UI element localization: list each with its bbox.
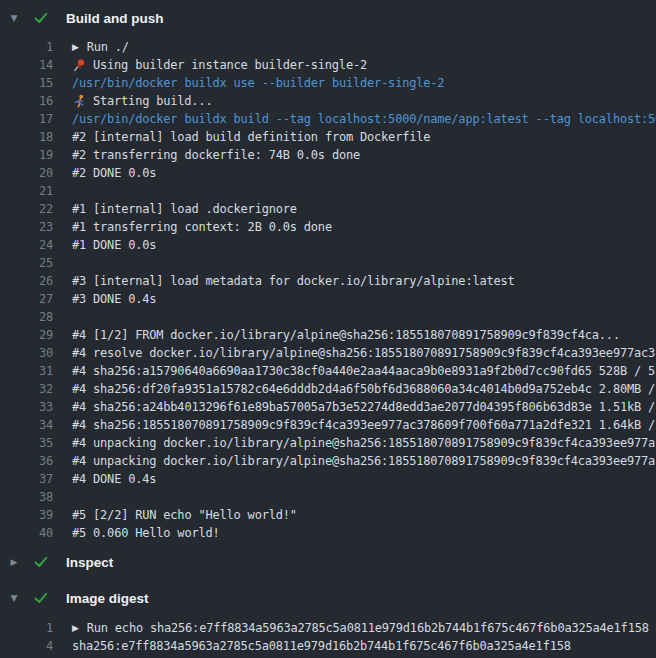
line-number[interactable]: 1 (0, 38, 53, 56)
log-text-content: /usr/bin/docker buildx build --tag local… (72, 110, 656, 128)
log-text-content: #1 DONE 0.0s (72, 236, 156, 254)
line-number[interactable]: 1 (0, 619, 53, 637)
line-number[interactable]: 23 (0, 218, 53, 236)
caret-down-icon[interactable]: ▼ (8, 13, 20, 23)
log-line: 19#2 transferring dockerfile: 74B 0.0s d… (0, 146, 656, 164)
line-number[interactable]: 4 (0, 637, 53, 655)
runner-icon (72, 94, 86, 108)
log-line: 4sha256:e7ff8834a5963a2785c5a0811e979d16… (0, 637, 656, 655)
log-line: 18#2 [internal] load build definition fr… (0, 128, 656, 146)
log-text-content: #3 [internal] load metadata for docker.i… (72, 272, 515, 290)
log-text: Using builder instance builder-single-2 (72, 56, 367, 74)
workflow-log-viewer: ▼Build and push1▶Run ./14Using builder i… (0, 0, 656, 655)
line-number[interactable]: 28 (0, 308, 53, 326)
log-text-content: #4 sha256:df20fa9351a15782c64e6dddb2d4a6… (72, 380, 655, 398)
line-number[interactable]: 32 (0, 380, 53, 398)
log-text: #4 resolve docker.io/library/alpine@sha2… (72, 344, 655, 362)
log-line: 38 (0, 488, 656, 506)
line-number[interactable]: 22 (0, 200, 53, 218)
section-header-inspect[interactable]: ▶Inspect (0, 550, 656, 574)
log-text: #3 [internal] load metadata for docker.i… (72, 272, 515, 290)
log-line: 36#4 unpacking docker.io/library/alpine@… (0, 452, 656, 470)
log-text: /usr/bin/docker buildx use --builder bui… (72, 74, 444, 92)
log-line: 17/usr/bin/docker buildx build --tag loc… (0, 110, 656, 128)
log-line: 27#3 DONE 0.4s (0, 290, 656, 308)
log-text: #4 sha256:185518070891758909c9f839cf4ca3… (72, 416, 655, 434)
log-text-content: /usr/bin/docker buildx use --builder bui… (72, 74, 444, 92)
log-line: 28 (0, 308, 656, 326)
log-text: #1 [internal] load .dockerignore (72, 200, 297, 218)
line-number[interactable]: 21 (0, 182, 53, 200)
line-number[interactable]: 37 (0, 470, 53, 488)
section-title: Build and push (66, 11, 164, 26)
caret-right-icon[interactable]: ▶ (8, 557, 20, 567)
caret-down-icon[interactable]: ▼ (8, 593, 20, 603)
log-text: #1 transferring context: 2B 0.0s done (72, 218, 332, 236)
success-check-icon (33, 554, 49, 570)
log-line: 15/usr/bin/docker buildx use --builder b… (0, 74, 656, 92)
line-number[interactable]: 40 (0, 524, 53, 542)
line-number[interactable]: 38 (0, 488, 53, 506)
log-text-content: #5 0.060 Hello world! (72, 524, 220, 542)
log-lines-build-and-push: 1▶Run ./14Using builder instance builder… (0, 38, 656, 542)
line-number[interactable]: 14 (0, 56, 53, 74)
log-line: 20#2 DONE 0.0s (0, 164, 656, 182)
line-number[interactable]: 19 (0, 146, 53, 164)
log-line: 35#4 unpacking docker.io/library/alpine@… (0, 434, 656, 452)
log-text-content: #4 resolve docker.io/library/alpine@sha2… (72, 344, 655, 362)
log-text-content: Run ./ (87, 38, 129, 56)
log-line: 40#5 0.060 Hello world! (0, 524, 656, 542)
log-line: 22#1 [internal] load .dockerignore (0, 200, 656, 218)
line-number[interactable]: 33 (0, 398, 53, 416)
line-number[interactable]: 39 (0, 506, 53, 524)
log-line: 26#3 [internal] load metadata for docker… (0, 272, 656, 290)
line-number[interactable]: 24 (0, 236, 53, 254)
line-number[interactable]: 31 (0, 362, 53, 380)
section-header-build-and-push[interactable]: ▼Build and push (0, 6, 656, 30)
log-text-content: #4 DONE 0.4s (72, 470, 156, 488)
line-number[interactable]: 25 (0, 254, 53, 272)
section-title: Image digest (66, 591, 149, 606)
line-number[interactable]: 34 (0, 416, 53, 434)
line-number[interactable]: 26 (0, 272, 53, 290)
log-text-content: sha256:e7ff8834a5963a2785c5a0811e979d16b… (72, 637, 571, 655)
section-title: Inspect (66, 555, 113, 570)
run-expand-icon[interactable]: ▶ (72, 38, 79, 56)
log-text-content: #2 [internal] load build definition from… (72, 128, 430, 146)
log-text: #4 unpacking docker.io/library/alpine@sh… (72, 434, 655, 452)
log-text-content: #2 DONE 0.0s (72, 164, 156, 182)
log-text: #4 sha256:df20fa9351a15782c64e6dddb2d4a6… (72, 380, 655, 398)
log-text: #5 0.060 Hello world! (72, 524, 220, 542)
section-header-image-digest[interactable]: ▼Image digest (0, 586, 656, 610)
log-line: 39#5 [2/2] RUN echo "Hello world!" (0, 506, 656, 524)
line-number[interactable]: 30 (0, 344, 53, 362)
log-text: #2 [internal] load build definition from… (72, 128, 430, 146)
log-text-content: #1 [internal] load .dockerignore (72, 200, 297, 218)
log-text-content: #4 sha256:a15790640a6690aa1730c38cf0a440… (72, 362, 655, 380)
log-text: #5 [2/2] RUN echo "Hello world!" (72, 506, 297, 524)
line-number[interactable]: 18 (0, 128, 53, 146)
log-text-content: #4 sha256:185518070891758909c9f839cf4ca3… (72, 416, 655, 434)
run-expand-icon[interactable]: ▶ (72, 619, 79, 637)
line-number[interactable]: 16 (0, 92, 53, 110)
line-number[interactable]: 27 (0, 290, 53, 308)
log-text: #4 sha256:a15790640a6690aa1730c38cf0a440… (72, 362, 655, 380)
log-line: 14Using builder instance builder-single-… (0, 56, 656, 74)
log-text: #4 sha256:a24bb4013296f61e89ba57005a7b3e… (72, 398, 655, 416)
log-text-content: #4 sha256:a24bb4013296f61e89ba57005a7b3e… (72, 398, 655, 416)
line-number[interactable]: 17 (0, 110, 53, 128)
line-number[interactable]: 20 (0, 164, 53, 182)
log-text: /usr/bin/docker buildx build --tag local… (72, 110, 656, 128)
log-text: #4 DONE 0.4s (72, 470, 156, 488)
log-line: 33#4 sha256:a24bb4013296f61e89ba57005a7b… (0, 398, 656, 416)
line-number[interactable]: 36 (0, 452, 53, 470)
log-line: 37#4 DONE 0.4s (0, 470, 656, 488)
log-line: 34#4 sha256:185518070891758909c9f839cf4c… (0, 416, 656, 434)
log-line: 31#4 sha256:a15790640a6690aa1730c38cf0a4… (0, 362, 656, 380)
line-number[interactable]: 35 (0, 434, 53, 452)
log-text: #1 DONE 0.0s (72, 236, 156, 254)
success-check-icon (33, 10, 49, 26)
line-number[interactable]: 29 (0, 326, 53, 344)
line-number[interactable]: 15 (0, 74, 53, 92)
log-line: 23#1 transferring context: 2B 0.0s done (0, 218, 656, 236)
